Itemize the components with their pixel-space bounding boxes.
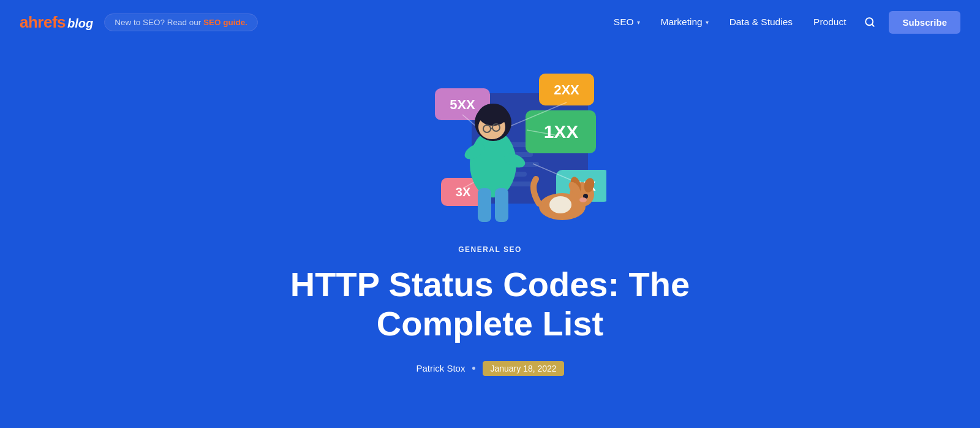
svg-point-41 xyxy=(549,196,571,213)
tagline-banner: New to SEO? Read our SEO guide. xyxy=(104,13,258,31)
subscribe-button[interactable]: Subscribe xyxy=(889,11,960,34)
tagline-text: New to SEO? Read our xyxy=(115,18,203,27)
svg-line-1 xyxy=(872,24,874,26)
meta-separator xyxy=(472,367,475,370)
hero-section: 5XX 2XX 1XX 4XX 3X xyxy=(0,44,980,413)
svg-rect-33 xyxy=(478,188,491,222)
svg-text:5XX: 5XX xyxy=(450,97,475,112)
svg-point-40 xyxy=(579,197,587,202)
logo: ahrefs blog xyxy=(20,13,93,32)
title-line2: Complete List xyxy=(377,304,603,343)
svg-text:1XX: 1XX xyxy=(544,121,579,142)
http-codes-illustration: 5XX 2XX 1XX 4XX 3X xyxy=(374,56,606,228)
hero-illustration: 5XX 2XX 1XX 4XX 3X xyxy=(374,56,606,228)
seo-guide-link[interactable]: SEO guide. xyxy=(203,18,247,27)
svg-text:3X: 3X xyxy=(456,185,471,199)
publish-date: January 18, 2022 xyxy=(483,361,564,376)
article-meta: Patrick Stox January 18, 2022 xyxy=(416,361,564,376)
nav-links: SEO ▾ Marketing ▾ Data & Studies Product… xyxy=(605,10,960,34)
author-name: Patrick Stox xyxy=(416,363,465,373)
nav-item-product[interactable]: Product xyxy=(805,12,854,32)
nav-item-seo[interactable]: SEO ▾ xyxy=(605,12,649,32)
svg-line-32 xyxy=(491,128,492,129)
logo-ahrefs: ahrefs xyxy=(20,13,66,32)
marketing-chevron-icon: ▾ xyxy=(706,19,709,26)
marketing-label: Marketing xyxy=(661,17,703,28)
nav-item-data-studies[interactable]: Data & Studies xyxy=(721,12,801,32)
search-button[interactable] xyxy=(858,10,881,34)
title-line1: HTTP Status Codes: The xyxy=(290,265,690,304)
svg-point-29 xyxy=(478,104,508,126)
logo-blog: blog xyxy=(67,17,93,31)
svg-text:2XX: 2XX xyxy=(554,82,579,97)
svg-rect-34 xyxy=(495,188,508,222)
category-tag: GENERAL SEO xyxy=(458,245,522,254)
navbar: ahrefs blog New to SEO? Read our SEO gui… xyxy=(0,0,980,44)
seo-chevron-icon: ▾ xyxy=(637,19,640,26)
logo-area[interactable]: ahrefs blog xyxy=(20,13,93,32)
nav-item-marketing[interactable]: Marketing ▾ xyxy=(652,12,717,32)
data-studies-label: Data & Studies xyxy=(729,17,793,28)
product-label: Product xyxy=(813,17,846,28)
article-title: HTTP Status Codes: The Complete List xyxy=(290,265,690,344)
seo-label: SEO xyxy=(614,17,634,28)
search-icon xyxy=(864,17,875,28)
